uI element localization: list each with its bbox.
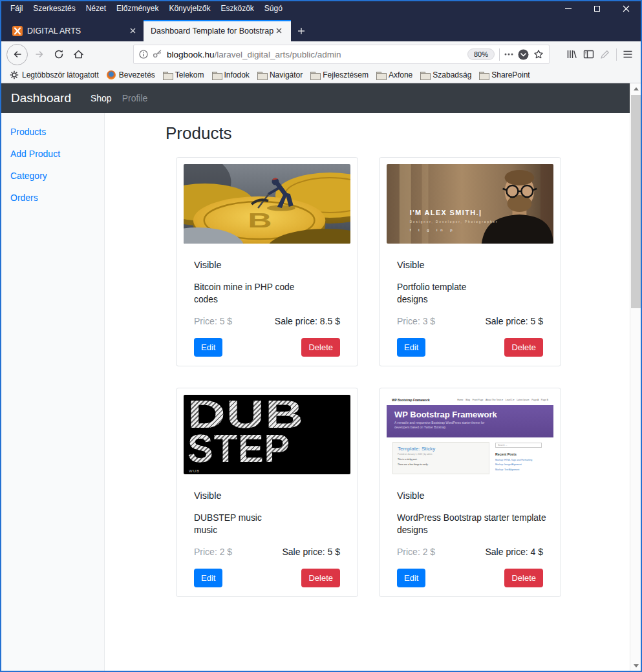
- bookmark-axfone[interactable]: Axfone: [372, 69, 416, 81]
- menu-view[interactable]: Nézet: [81, 2, 111, 15]
- edit-button[interactable]: Edit: [397, 569, 425, 587]
- close-icon: [623, 5, 630, 12]
- sidebar-toggle-icon[interactable]: [583, 49, 594, 59]
- edit-button[interactable]: Edit: [194, 569, 222, 587]
- xampp-icon: [12, 26, 23, 36]
- bookmark-label: Navigátor: [270, 70, 303, 79]
- site-viewport: Dashboard Shop Profile Products Add Prod…: [1, 83, 630, 671]
- wp-hero: WP Bootstrap Framework A versatile and r…: [387, 405, 553, 437]
- nav-link-profile[interactable]: Profile: [117, 90, 153, 106]
- hamburger-menu-icon[interactable]: [623, 50, 633, 59]
- tab-close-icon[interactable]: [127, 26, 138, 36]
- home-button[interactable]: [69, 45, 88, 64]
- delete-button[interactable]: Delete: [301, 338, 340, 357]
- firefox-icon: [107, 70, 116, 79]
- arrow-up-icon: [634, 87, 639, 90]
- bookmark-sharepoint[interactable]: SharePoint: [475, 69, 533, 81]
- product-image-bitcoin: B: [184, 164, 350, 244]
- main-content: Products: [105, 113, 630, 671]
- zoom-level-badge[interactable]: 80%: [467, 48, 495, 60]
- menu-help[interactable]: Súgó: [259, 2, 288, 15]
- bookmark-most-visited[interactable]: Legtöbbször látogatott: [6, 69, 103, 81]
- back-icon: [12, 49, 23, 59]
- bookmark-navigator[interactable]: Navigátor: [253, 69, 306, 81]
- edit-button[interactable]: Edit: [397, 338, 425, 357]
- sidebar-item-category[interactable]: Category: [1, 165, 104, 187]
- divider: [616, 48, 617, 61]
- url-domain: blogbook.hu: [167, 50, 215, 59]
- page-actions-icon[interactable]: [504, 53, 513, 56]
- pocket-icon[interactable]: [518, 49, 529, 60]
- page-title: Products: [166, 123, 630, 143]
- app-body: Products Add Product Category Orders Pro…: [1, 113, 630, 671]
- product-title-line1: Portfolio template: [397, 281, 543, 293]
- delete-button[interactable]: Delete: [504, 569, 543, 587]
- library-icon[interactable]: [566, 49, 577, 59]
- dubstep-image: DUB STEP WUB: [184, 395, 350, 474]
- menu-edit[interactable]: Szerkesztés: [28, 2, 80, 15]
- portfolio-subtitle: Designer, Developer, Photographer: [410, 220, 498, 224]
- card-buttons: Edit Delete: [194, 338, 340, 357]
- bookmark-szabadsag[interactable]: Szabadság: [416, 69, 475, 81]
- menu-tools[interactable]: Eszközök: [215, 2, 259, 15]
- forward-button[interactable]: [30, 45, 49, 64]
- bookmark-label: Fejlesztésem: [323, 70, 369, 79]
- bookmark-label: SharePoint: [491, 70, 530, 79]
- wp-nav-links: Home Blog Front Page About The Tests ▾ L…: [457, 399, 548, 401]
- bookmark-bevezetes[interactable]: Bevezetés: [103, 69, 159, 81]
- navbar-brand[interactable]: Dashboard: [11, 91, 71, 105]
- card-body: Visible WordPress Bootstrap starter temp…: [380, 474, 561, 587]
- menu-history[interactable]: Előzmények: [111, 2, 164, 15]
- bookmark-star-icon[interactable]: [533, 49, 544, 59]
- wp-content: Template: Sticky Posted on January 1, 20…: [387, 437, 553, 474]
- product-card-portfolio: I'M ALEX SMITH.| Designer, Developer, Ph…: [379, 157, 561, 366]
- vertical-scrollbar[interactable]: [630, 83, 641, 671]
- product-card-dubstep: DUB STEP WUB Visible DUBSTEP music: [176, 388, 358, 597]
- edit-button[interactable]: Edit: [194, 338, 222, 357]
- tab-close-icon[interactable]: [273, 26, 284, 36]
- card-body: Visible Bitcoin mine in PHP code codes P…: [177, 244, 358, 357]
- wp-site-image: WP Bootstrap Framework Home Blog Front P…: [387, 395, 553, 474]
- bookmark-label: Axfone: [389, 70, 412, 79]
- bookmark-label: Bevezetés: [119, 70, 155, 79]
- scroll-up-arrow[interactable]: [630, 83, 641, 94]
- nav-link-shop[interactable]: Shop: [85, 90, 117, 106]
- delete-button[interactable]: Delete: [301, 569, 340, 587]
- new-tab-button[interactable]: [291, 20, 312, 41]
- tab-digital-arts[interactable]: DIGITAL ARTS: [6, 20, 144, 41]
- maximize-icon: [594, 6, 600, 12]
- gear-icon: [10, 70, 19, 79]
- minimize-button[interactable]: [553, 1, 583, 16]
- product-grid: B: [176, 157, 630, 597]
- url-bar[interactable]: blogbook.hu/laravel_digital_arts/public/…: [133, 45, 550, 64]
- delete-button[interactable]: Delete: [504, 338, 543, 357]
- bookmark-infodok[interactable]: Infodok: [208, 69, 253, 81]
- sidebar-item-add-product[interactable]: Add Product: [1, 143, 104, 165]
- folder-icon: [163, 72, 172, 79]
- close-button[interactable]: [612, 1, 641, 16]
- arrow-down-icon: [634, 664, 639, 667]
- scrollbar-thumb[interactable]: [631, 95, 641, 308]
- tab-title: DIGITAL ARTS: [27, 26, 127, 36]
- menu-file[interactable]: Fájl: [5, 2, 28, 15]
- url-text[interactable]: blogbook.hu/laravel_digital_arts/public/…: [167, 50, 463, 59]
- menu-bookmarks[interactable]: Könyvjelzők: [164, 2, 215, 15]
- maximize-button[interactable]: [583, 1, 612, 16]
- folder-icon: [212, 72, 221, 79]
- key-icon[interactable]: [153, 50, 162, 59]
- forward-icon: [34, 49, 45, 59]
- wp-brand: WP Bootstrap Framework: [392, 399, 430, 402]
- tab-strip: DIGITAL ARTS Dashboard Template for Boot…: [1, 16, 641, 41]
- tab-dashboard[interactable]: Dashboard Template for Bootstrap: [144, 20, 291, 41]
- menubar: Fájl Szerkesztés Nézet Előzmények Könyvj…: [1, 2, 288, 15]
- info-icon[interactable]: [139, 50, 148, 59]
- bookmark-telekom[interactable]: Telekom: [159, 69, 208, 81]
- product-image-wordpress: WP Bootstrap Framework Home Blog Front P…: [387, 395, 553, 474]
- bookmark-fejlesztesem[interactable]: Fejlesztésem: [306, 69, 372, 81]
- reload-button[interactable]: [49, 45, 69, 64]
- sidebar-item-products[interactable]: Products: [1, 121, 104, 143]
- sidebar-item-orders[interactable]: Orders: [1, 187, 104, 209]
- back-button[interactable]: [6, 44, 28, 65]
- pencil-icon[interactable]: [600, 49, 610, 59]
- scroll-down-arrow[interactable]: [630, 660, 641, 671]
